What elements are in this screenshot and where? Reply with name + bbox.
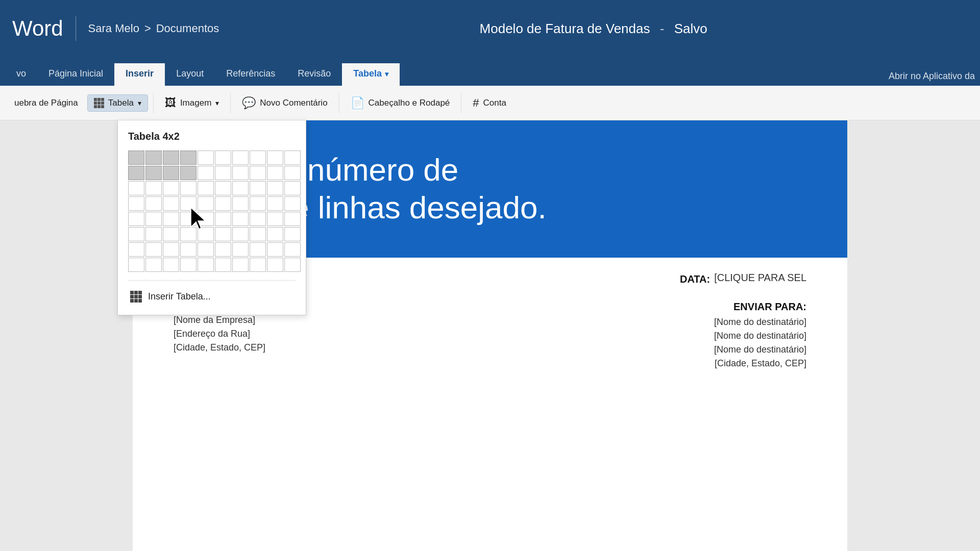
grid-cell[interactable] (163, 151, 179, 165)
grid-cell[interactable] (284, 242, 301, 257)
grid-cell[interactable] (145, 227, 162, 241)
grid-cell[interactable] (128, 151, 144, 165)
data-field: DATA: [CLIQUE PARA SEL (680, 272, 806, 287)
grid-cell[interactable] (180, 151, 197, 165)
tab-referencias[interactable]: Referências (215, 63, 286, 86)
grid-cell[interactable] (163, 166, 179, 180)
grid-cell[interactable] (215, 196, 231, 211)
grid-cell[interactable] (145, 258, 162, 272)
quebra-pagina-button[interactable]: uebra de Página (8, 95, 84, 111)
tab-inserir[interactable]: Inserir (114, 63, 165, 86)
grid-cell[interactable] (198, 227, 214, 241)
grid-cell[interactable] (180, 242, 197, 257)
grid-cell[interactable] (128, 258, 144, 272)
grid-cell[interactable] (232, 151, 249, 165)
breadcrumb: Sara Melo > Documentos (88, 22, 219, 35)
grid-cell[interactable] (232, 196, 249, 211)
grid-cell[interactable] (284, 166, 301, 180)
grid-cell[interactable] (145, 242, 162, 257)
grid-cell[interactable] (128, 181, 144, 195)
grid-cell[interactable] (267, 151, 283, 165)
grid-cell[interactable] (163, 258, 179, 272)
grid-cell[interactable] (250, 242, 266, 257)
tabela-cmd-chevron: ▾ (138, 99, 141, 107)
grid-cell[interactable] (215, 227, 231, 241)
grid-cell[interactable] (198, 242, 214, 257)
conta-button[interactable]: # Conta (467, 93, 512, 113)
grid-cell[interactable] (215, 258, 231, 272)
grid-cell[interactable] (284, 258, 301, 272)
grid-cell[interactable] (284, 151, 301, 165)
grid-cell[interactable] (180, 227, 197, 241)
grid-cell[interactable] (128, 196, 144, 211)
grid-cell[interactable] (180, 181, 197, 195)
grid-cell[interactable] (284, 181, 301, 195)
grid-cell[interactable] (284, 196, 301, 211)
grid-cell[interactable] (232, 227, 249, 241)
tab-vo[interactable]: vo (5, 63, 37, 86)
grid-cell[interactable] (128, 212, 144, 226)
grid-cell[interactable] (163, 196, 179, 211)
grid-cell[interactable] (267, 166, 283, 180)
grid-cell[interactable] (267, 227, 283, 241)
grid-cell[interactable] (163, 242, 179, 257)
grid-cell[interactable] (163, 212, 179, 226)
grid-cell[interactable] (267, 196, 283, 211)
imagem-button[interactable]: 🖼 Imagem ▾ (159, 93, 225, 113)
grid-cell[interactable] (250, 166, 266, 180)
grid-cell[interactable] (198, 196, 214, 211)
grid-cell[interactable] (180, 258, 197, 272)
grid-cell[interactable] (128, 242, 144, 257)
grid-cell[interactable] (163, 181, 179, 195)
grid-cell[interactable] (232, 242, 249, 257)
grid-cell[interactable] (250, 181, 266, 195)
grid-cell[interactable] (145, 151, 162, 165)
grid-cell[interactable] (250, 258, 266, 272)
grid-cell[interactable] (180, 212, 197, 226)
grid-cell[interactable] (215, 151, 231, 165)
grid-cell[interactable] (267, 242, 283, 257)
grid-cell[interactable] (215, 166, 231, 180)
tab-tabela[interactable]: Tabela ▾ (342, 63, 400, 86)
grid-cell[interactable] (250, 227, 266, 241)
grid-cell[interactable] (232, 166, 249, 180)
grid-cell[interactable] (198, 212, 214, 226)
grid-cell[interactable] (232, 181, 249, 195)
grid-cell[interactable] (215, 242, 231, 257)
grid-cell[interactable] (250, 151, 266, 165)
grid-cell[interactable] (250, 212, 266, 226)
grid-cell[interactable] (232, 258, 249, 272)
grid-cell[interactable] (267, 258, 283, 272)
grid-cell[interactable] (180, 196, 197, 211)
grid-cell[interactable] (145, 181, 162, 195)
grid-cell[interactable] (284, 227, 301, 241)
insert-table-button[interactable]: Inserir Tabela... (128, 287, 296, 307)
grid-cell[interactable] (145, 196, 162, 211)
grid-cell[interactable] (198, 258, 214, 272)
ribbon-commands: uebra de Página Tabela ▾ 🖼 Imagem ▾ 💬 No… (0, 86, 980, 120)
grid-cell[interactable] (145, 166, 162, 180)
grid-cell[interactable] (215, 212, 231, 226)
grid-cell[interactable] (145, 212, 162, 226)
tab-layout[interactable]: Layout (165, 63, 215, 86)
grid-cell[interactable] (128, 166, 144, 180)
cabecalho-button[interactable]: 📄 Cabeçalho e Rodapé (345, 93, 456, 113)
grid-cell[interactable] (198, 181, 214, 195)
grid-cell[interactable] (128, 227, 144, 241)
tab-revisao[interactable]: Revisão (286, 63, 342, 86)
grid-cell[interactable] (267, 212, 283, 226)
table-grid[interactable] (128, 151, 296, 272)
grid-cell[interactable] (180, 166, 197, 180)
grid-cell[interactable] (163, 227, 179, 241)
tab-pagina-inicial[interactable]: Página Inicial (37, 63, 114, 86)
quebra-pagina-label: uebra de Página (14, 98, 78, 108)
tabela-button[interactable]: Tabela ▾ (87, 94, 148, 112)
grid-cell[interactable] (198, 166, 214, 180)
grid-cell[interactable] (267, 181, 283, 195)
grid-cell[interactable] (284, 212, 301, 226)
grid-cell[interactable] (198, 151, 214, 165)
grid-cell[interactable] (250, 196, 266, 211)
comentario-button[interactable]: 💬 Novo Comentário (236, 93, 333, 113)
grid-cell[interactable] (215, 181, 231, 195)
grid-cell[interactable] (232, 212, 249, 226)
